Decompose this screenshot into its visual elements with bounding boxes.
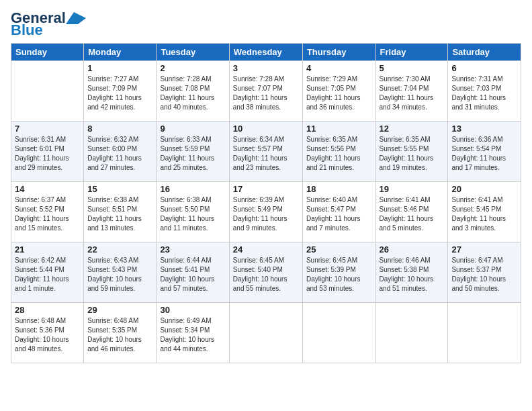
day-cell: 24Sunrise: 6:45 AM Sunset: 5:40 PM Dayli…	[229, 242, 302, 303]
day-cell: 20Sunrise: 6:41 AM Sunset: 5:45 PM Dayli…	[448, 182, 521, 242]
day-cell	[11, 61, 84, 122]
day-info: Sunrise: 6:34 AM Sunset: 5:57 PM Dayligh…	[233, 135, 299, 173]
day-number: 26	[380, 244, 445, 255]
day-number: 13	[451, 124, 517, 134]
day-info: Sunrise: 6:45 AM Sunset: 5:39 PM Dayligh…	[306, 256, 372, 293]
day-info: Sunrise: 6:46 AM Sunset: 5:38 PM Dayligh…	[380, 256, 445, 293]
day-cell	[375, 303, 448, 363]
day-cell	[302, 303, 375, 363]
day-info: Sunrise: 6:35 AM Sunset: 5:56 PM Dayligh…	[306, 135, 372, 173]
page-header: General Blue	[11, 11, 521, 38]
day-cell: 1Sunrise: 7:27 AM Sunset: 7:09 PM Daylig…	[84, 61, 157, 122]
day-cell: 4Sunrise: 7:29 AM Sunset: 7:05 PM Daylig…	[302, 61, 375, 122]
day-cell: 19Sunrise: 6:41 AM Sunset: 5:46 PM Dayli…	[375, 182, 448, 242]
day-info: Sunrise: 6:37 AM Sunset: 5:52 PM Dayligh…	[15, 195, 80, 233]
day-number: 15	[87, 184, 152, 194]
day-number: 12	[380, 124, 445, 134]
week-row-2: 7Sunrise: 6:31 AM Sunset: 6:01 PM Daylig…	[11, 122, 521, 182]
day-info: Sunrise: 6:48 AM Sunset: 5:36 PM Dayligh…	[15, 316, 80, 354]
day-cell: 9Sunrise: 6:33 AM Sunset: 5:59 PM Daylig…	[157, 122, 229, 182]
day-number: 16	[160, 184, 225, 194]
day-number: 28	[15, 305, 80, 315]
day-cell: 17Sunrise: 6:39 AM Sunset: 5:49 PM Dayli…	[229, 182, 302, 242]
day-info: Sunrise: 7:29 AM Sunset: 7:05 PM Dayligh…	[306, 75, 372, 112]
day-cell: 28Sunrise: 6:48 AM Sunset: 5:36 PM Dayli…	[11, 303, 84, 363]
day-number: 27	[451, 244, 517, 255]
day-info: Sunrise: 6:40 AM Sunset: 5:47 PM Dayligh…	[306, 195, 372, 233]
day-cell: 14Sunrise: 6:37 AM Sunset: 5:52 PM Dayli…	[11, 182, 84, 242]
week-row-4: 21Sunrise: 6:42 AM Sunset: 5:44 PM Dayli…	[11, 242, 521, 303]
day-number: 21	[15, 244, 80, 255]
column-header-thursday: Thursday	[302, 44, 375, 61]
day-number: 7	[15, 124, 80, 134]
day-number: 3	[233, 63, 299, 73]
day-info: Sunrise: 7:31 AM Sunset: 7:03 PM Dayligh…	[451, 75, 517, 112]
day-cell: 30Sunrise: 6:49 AM Sunset: 5:34 PM Dayli…	[157, 303, 229, 363]
day-info: Sunrise: 6:38 AM Sunset: 5:51 PM Dayligh…	[87, 195, 152, 233]
day-info: Sunrise: 6:48 AM Sunset: 5:35 PM Dayligh…	[87, 316, 152, 354]
column-header-saturday: Saturday	[448, 44, 521, 61]
day-number: 2	[160, 63, 225, 73]
day-info: Sunrise: 6:39 AM Sunset: 5:49 PM Dayligh…	[233, 195, 299, 233]
day-cell: 29Sunrise: 6:48 AM Sunset: 5:35 PM Dayli…	[84, 303, 157, 363]
day-info: Sunrise: 7:28 AM Sunset: 7:07 PM Dayligh…	[233, 75, 299, 112]
day-cell: 22Sunrise: 6:43 AM Sunset: 5:43 PM Dayli…	[84, 242, 157, 303]
day-number: 6	[451, 63, 517, 73]
logo-bird-icon	[66, 12, 86, 24]
day-cell: 26Sunrise: 6:46 AM Sunset: 5:38 PM Dayli…	[375, 242, 448, 303]
day-info: Sunrise: 6:41 AM Sunset: 5:46 PM Dayligh…	[380, 195, 445, 233]
day-number: 29	[87, 305, 152, 315]
day-cell: 12Sunrise: 6:35 AM Sunset: 5:55 PM Dayli…	[375, 122, 448, 182]
day-info: Sunrise: 6:33 AM Sunset: 5:59 PM Dayligh…	[160, 135, 225, 173]
day-number: 25	[306, 244, 372, 255]
day-cell: 3Sunrise: 7:28 AM Sunset: 7:07 PM Daylig…	[229, 61, 302, 122]
day-number: 9	[160, 124, 225, 134]
day-number: 4	[306, 63, 372, 73]
day-number: 14	[15, 184, 80, 194]
column-header-wednesday: Wednesday	[229, 44, 302, 61]
day-cell: 16Sunrise: 6:38 AM Sunset: 5:50 PM Dayli…	[157, 182, 229, 242]
day-cell: 27Sunrise: 6:47 AM Sunset: 5:37 PM Dayli…	[448, 242, 521, 303]
day-cell: 25Sunrise: 6:45 AM Sunset: 5:39 PM Dayli…	[302, 242, 375, 303]
day-cell: 2Sunrise: 7:28 AM Sunset: 7:08 PM Daylig…	[157, 61, 229, 122]
day-info: Sunrise: 6:32 AM Sunset: 6:00 PM Dayligh…	[87, 135, 152, 173]
day-info: Sunrise: 6:44 AM Sunset: 5:41 PM Dayligh…	[160, 256, 225, 293]
week-row-1: 1Sunrise: 7:27 AM Sunset: 7:09 PM Daylig…	[11, 61, 521, 122]
day-info: Sunrise: 7:30 AM Sunset: 7:04 PM Dayligh…	[380, 75, 445, 112]
day-info: Sunrise: 7:27 AM Sunset: 7:09 PM Dayligh…	[87, 75, 152, 112]
day-cell: 7Sunrise: 6:31 AM Sunset: 6:01 PM Daylig…	[11, 122, 84, 182]
day-number: 10	[233, 124, 299, 134]
day-info: Sunrise: 6:35 AM Sunset: 5:55 PM Dayligh…	[380, 135, 445, 173]
svg-marker-0	[66, 12, 86, 24]
day-info: Sunrise: 6:49 AM Sunset: 5:34 PM Dayligh…	[160, 316, 225, 354]
day-number: 5	[380, 63, 445, 73]
day-info: Sunrise: 6:42 AM Sunset: 5:44 PM Dayligh…	[15, 256, 80, 293]
day-cell: 13Sunrise: 6:36 AM Sunset: 5:54 PM Dayli…	[448, 122, 521, 182]
day-info: Sunrise: 6:31 AM Sunset: 6:01 PM Dayligh…	[15, 135, 80, 173]
day-number: 24	[233, 244, 299, 255]
day-number: 19	[380, 184, 445, 194]
day-info: Sunrise: 6:36 AM Sunset: 5:54 PM Dayligh…	[451, 135, 517, 173]
column-header-friday: Friday	[375, 44, 448, 61]
day-cell: 8Sunrise: 6:32 AM Sunset: 6:00 PM Daylig…	[84, 122, 157, 182]
week-row-5: 28Sunrise: 6:48 AM Sunset: 5:36 PM Dayli…	[11, 303, 521, 363]
day-number: 11	[306, 124, 372, 134]
week-row-3: 14Sunrise: 6:37 AM Sunset: 5:52 PM Dayli…	[11, 182, 521, 242]
day-cell: 6Sunrise: 7:31 AM Sunset: 7:03 PM Daylig…	[448, 61, 521, 122]
day-cell: 23Sunrise: 6:44 AM Sunset: 5:41 PM Dayli…	[157, 242, 229, 303]
day-number: 17	[233, 184, 299, 194]
day-cell: 10Sunrise: 6:34 AM Sunset: 5:57 PM Dayli…	[229, 122, 302, 182]
logo: General Blue	[11, 11, 86, 38]
day-info: Sunrise: 7:28 AM Sunset: 7:08 PM Dayligh…	[160, 75, 225, 112]
calendar-table: SundayMondayTuesdayWednesdayThursdayFrid…	[11, 43, 521, 363]
day-info: Sunrise: 6:38 AM Sunset: 5:50 PM Dayligh…	[160, 195, 225, 233]
day-info: Sunrise: 6:45 AM Sunset: 5:40 PM Dayligh…	[233, 256, 299, 293]
day-number: 1	[87, 63, 152, 73]
day-number: 22	[87, 244, 152, 255]
logo-blue: Blue	[11, 23, 43, 38]
day-cell: 11Sunrise: 6:35 AM Sunset: 5:56 PM Dayli…	[302, 122, 375, 182]
day-number: 18	[306, 184, 372, 194]
day-number: 30	[160, 305, 225, 315]
day-info: Sunrise: 6:41 AM Sunset: 5:45 PM Dayligh…	[451, 195, 517, 233]
day-number: 20	[451, 184, 517, 194]
